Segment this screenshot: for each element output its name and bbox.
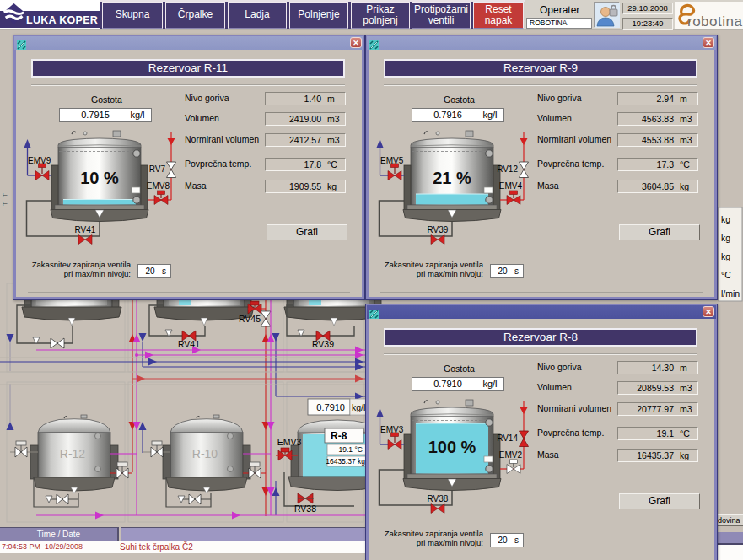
svg-text:100 %: 100 % (428, 438, 476, 456)
svg-text:EMV8: EMV8 (147, 181, 170, 191)
svg-text:EMV5: EMV5 (380, 156, 404, 165)
svg-text:RV38: RV38 (428, 494, 449, 503)
svg-text:l/min: l/min (721, 288, 740, 299)
svg-text:RV38: RV38 (294, 503, 316, 514)
svg-text:⊢: ⊢ (3, 201, 8, 207)
svg-text:0.7910: 0.7910 (316, 402, 345, 412)
svg-text:EMV9: EMV9 (28, 156, 51, 165)
svg-text:21 %: 21 % (433, 169, 471, 187)
svg-text:RV14: RV14 (497, 433, 518, 443)
svg-text:°C: °C (721, 270, 731, 280)
svg-text:RV45: RV45 (239, 314, 261, 324)
svg-text:EMV2: EMV2 (499, 450, 523, 460)
svg-text:⊢: ⊢ (3, 192, 8, 198)
svg-text:RV39: RV39 (428, 225, 449, 234)
svg-text:kg/l: kg/l (352, 402, 365, 412)
svg-text:R-10: R-10 (192, 447, 218, 460)
svg-text:RV39: RV39 (312, 339, 334, 349)
svg-text:RV7: RV7 (149, 164, 166, 174)
svg-text:RV41: RV41 (75, 225, 96, 234)
svg-text:kg: kg (721, 251, 730, 261)
svg-text:kg: kg (721, 214, 730, 224)
svg-text:EMV3: EMV3 (277, 437, 302, 447)
svg-text:10 %: 10 % (80, 169, 119, 187)
svg-text:EMV3: EMV3 (380, 425, 404, 434)
svg-text:R-12: R-12 (60, 447, 86, 460)
svg-text:16435.37 kg: 16435.37 kg (326, 457, 365, 466)
svg-text:RV12: RV12 (497, 164, 518, 174)
svg-text:R-8: R-8 (331, 430, 347, 442)
svg-text:EMV4: EMV4 (499, 181, 523, 191)
svg-text:RV41: RV41 (178, 339, 200, 349)
svg-text:kg: kg (721, 233, 730, 243)
svg-text:19.1 °C: 19.1 °C (339, 445, 363, 454)
